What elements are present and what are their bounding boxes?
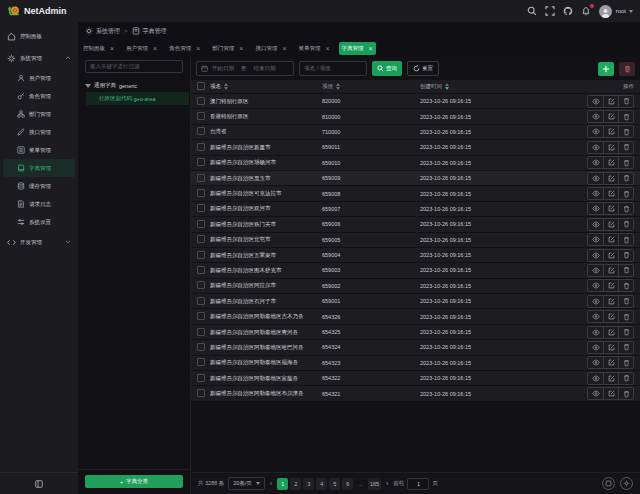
row-checkbox[interactable] (197, 97, 205, 105)
delete-row-button[interactable] (618, 280, 633, 291)
tree-node-generic[interactable]: 通用字典 generic (78, 79, 190, 92)
notification-bell-icon[interactable] (579, 6, 593, 16)
edit-row-button[interactable] (603, 142, 618, 153)
view-row-button[interactable] (588, 280, 603, 291)
tree-caret-icon[interactable] (85, 84, 91, 88)
row-checkbox[interactable] (197, 328, 205, 336)
page-button-3[interactable]: 3 (303, 478, 314, 490)
page-button-2[interactable]: 2 (290, 478, 301, 490)
sidebar-item-4[interactable]: 菜单管理 (3, 141, 75, 159)
view-row-button[interactable] (588, 219, 603, 230)
delete-row-button[interactable] (618, 327, 633, 338)
edit-row-button[interactable] (603, 250, 618, 261)
select-all-checkbox[interactable] (197, 82, 205, 90)
delete-row-button[interactable] (618, 250, 633, 261)
row-checkbox[interactable] (197, 343, 205, 351)
page-button-last[interactable]: 165 (368, 478, 381, 490)
search-button[interactable]: 查询 (372, 61, 402, 76)
add-dict-category-button[interactable]: + 字典分类 (85, 475, 183, 488)
reset-button[interactable]: 重置 (407, 61, 439, 76)
column-header-name[interactable]: 项名 (210, 83, 322, 90)
edit-row-button[interactable] (603, 388, 618, 399)
edit-row-button[interactable] (603, 280, 618, 291)
delete-row-button[interactable] (618, 373, 633, 384)
edit-row-button[interactable] (603, 219, 618, 230)
row-checkbox[interactable] (197, 112, 205, 120)
view-row-button[interactable] (588, 203, 603, 214)
tree-node-geo-area[interactable]: 行政区划代码 geo-area (86, 92, 189, 105)
row-checkbox[interactable] (197, 235, 205, 243)
breadcrumb-item-current[interactable]: 字典管理 (143, 27, 167, 36)
view-row-button[interactable] (588, 250, 603, 261)
page-button-6[interactable]: 6 (342, 478, 353, 490)
edit-row-button[interactable] (603, 111, 618, 122)
sidebar-item-1[interactable]: 角色管理 (3, 87, 75, 105)
avatar[interactable] (599, 5, 612, 18)
tree-search-input[interactable]: 输入关键字进行过滤 (85, 60, 183, 73)
row-checkbox[interactable] (197, 389, 205, 397)
sidebar-group-system[interactable]: 系统管理 (0, 47, 78, 69)
fullscreen-icon[interactable] (543, 6, 557, 16)
view-row-button[interactable] (588, 357, 603, 368)
close-tab-icon[interactable]: × (282, 45, 286, 52)
view-row-button[interactable] (588, 311, 603, 322)
view-row-button[interactable] (588, 373, 603, 384)
tab-1[interactable]: 用户管理× (123, 42, 160, 55)
page-button-4[interactable]: 4 (316, 478, 327, 490)
sidebar-group-dev[interactable]: 开发管理 (0, 231, 78, 253)
delete-row-button[interactable] (618, 219, 633, 230)
row-checkbox[interactable] (197, 174, 205, 182)
delete-row-button[interactable] (618, 342, 633, 353)
date-range-input[interactable]: 开始日期 至 结束日期 (196, 61, 294, 76)
collapse-sidebar-icon[interactable] (35, 480, 43, 488)
sidebar-item-2[interactable]: 部门管理 (3, 105, 75, 123)
delete-row-button[interactable] (618, 173, 633, 184)
row-checkbox[interactable] (197, 266, 205, 274)
goto-page-input[interactable]: 1 (407, 478, 429, 490)
table-settings-button[interactable] (620, 477, 633, 490)
row-checkbox[interactable] (197, 297, 205, 305)
view-row-button[interactable] (588, 296, 603, 307)
row-checkbox[interactable] (197, 374, 205, 382)
sidebar-item-3[interactable]: 接口管理 (3, 123, 75, 141)
view-row-button[interactable] (588, 327, 603, 338)
edit-row-button[interactable] (603, 357, 618, 368)
view-row-button[interactable] (588, 265, 603, 276)
add-dict-item-button[interactable] (598, 62, 614, 76)
view-row-button[interactable] (588, 157, 603, 168)
user-menu[interactable]: root (616, 8, 633, 14)
delete-row-button[interactable] (618, 296, 633, 307)
close-tab-icon[interactable]: × (196, 45, 200, 52)
edit-row-button[interactable] (603, 265, 618, 276)
edit-row-button[interactable] (603, 173, 618, 184)
sidebar-item-dashboard[interactable]: 控制面板 (0, 25, 78, 47)
tab-0[interactable]: 控制面板× (80, 42, 117, 55)
delete-row-button[interactable] (618, 111, 633, 122)
view-row-button[interactable] (588, 111, 603, 122)
tab-2[interactable]: 角色管理× (166, 42, 203, 55)
row-checkbox[interactable] (197, 204, 205, 212)
edit-row-button[interactable] (603, 373, 618, 384)
view-row-button[interactable] (588, 388, 603, 399)
breadcrumb-item[interactable]: 系统管理 (96, 27, 120, 36)
edit-row-button[interactable] (603, 327, 618, 338)
delete-row-button[interactable] (618, 188, 633, 199)
view-row-button[interactable] (588, 173, 603, 184)
delete-row-button[interactable] (618, 142, 633, 153)
tab-3[interactable]: 部门管理× (209, 42, 246, 55)
sidebar-item-6[interactable]: 缓存管理 (3, 177, 75, 195)
tab-4[interactable]: 接口管理× (252, 42, 289, 55)
view-row-button[interactable] (588, 142, 603, 153)
page-button-1[interactable]: 1 (277, 478, 288, 490)
column-header-created[interactable]: 创建时间 (420, 83, 586, 90)
view-row-button[interactable] (588, 96, 603, 107)
sidebar-item-0[interactable]: 用户管理 (3, 69, 75, 87)
close-tab-icon[interactable]: × (369, 45, 373, 52)
row-checkbox[interactable] (197, 312, 205, 320)
row-checkbox[interactable] (197, 189, 205, 197)
delete-row-button[interactable] (618, 234, 633, 245)
view-row-button[interactable] (588, 126, 603, 137)
delete-row-button[interactable] (618, 357, 633, 368)
row-checkbox[interactable] (197, 281, 205, 289)
row-checkbox[interactable] (197, 127, 205, 135)
